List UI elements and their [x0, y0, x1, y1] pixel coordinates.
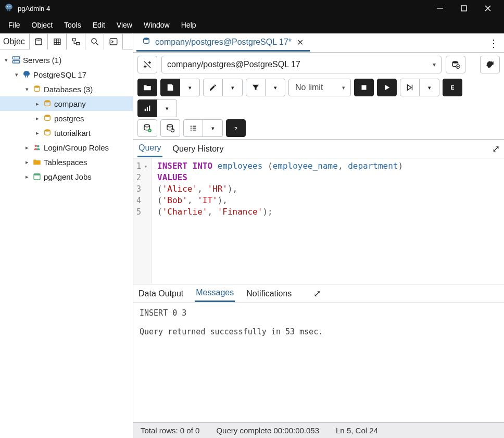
stop-button[interactable]	[354, 79, 374, 96]
chevron-right-icon: ▸	[23, 159, 31, 166]
tab-messages[interactable]: Messages	[195, 285, 235, 302]
macros-dropdown[interactable]: ▾	[203, 119, 223, 137]
tree-db-tutorialkart[interactable]: ▸ tutorialkart	[0, 126, 133, 140]
connection-status-button[interactable]	[137, 56, 157, 73]
tab-query-tool[interactable]: company/postgres@PostgreSQL 17* ✕	[136, 35, 310, 52]
databases-icon	[31, 84, 43, 94]
filter-button[interactable]	[246, 79, 266, 96]
database-icon	[142, 36, 151, 48]
menu-tools[interactable]: Tools	[59, 19, 86, 31]
chevron-right-icon: ▸	[33, 101, 42, 107]
chevron-right-icon: ▸	[33, 130, 42, 136]
server-group-icon	[10, 55, 22, 65]
svg-point-11	[14, 58, 15, 59]
chevron-down-icon: ▾	[12, 71, 21, 78]
help-button[interactable]: ?	[226, 119, 246, 137]
tree-label: Login/Group Roles	[43, 143, 109, 152]
macros-button[interactable]	[183, 119, 203, 137]
save-dropdown[interactable]: ▾	[180, 79, 200, 96]
menu-edit[interactable]: Edit	[87, 19, 110, 31]
roles-icon	[31, 143, 43, 152]
svg-rect-4	[54, 39, 60, 44]
svg-rect-20	[34, 174, 40, 176]
tree-tablespaces[interactable]: ▸ Tablespaces	[0, 155, 133, 169]
svg-rect-3	[461, 6, 467, 11]
tab-close-icon[interactable]: ✕	[296, 37, 305, 47]
line-gutter: 1▾ 2▾ 3▾ 4▾ 5▾	[133, 158, 152, 284]
svg-point-33	[167, 124, 173, 127]
tree-label: Databases (3)	[43, 85, 93, 94]
menu-view[interactable]: View	[111, 19, 137, 31]
tab-query[interactable]: Query	[137, 140, 162, 157]
new-connection-button[interactable]	[446, 56, 465, 73]
menu-file[interactable]: File	[3, 19, 26, 31]
connection-select[interactable]: company/postgres@PostgreSQL 17 ▾	[161, 56, 442, 73]
maximize-button[interactable]	[452, 0, 476, 17]
tree-label: Servers (1)	[22, 56, 61, 65]
open-file-button[interactable]	[137, 79, 157, 96]
status-cursor: Ln 5, Col 24	[336, 426, 378, 435]
expand-icon[interactable]: ⤢	[492, 143, 500, 155]
database-icon	[42, 114, 53, 123]
limit-value: No limit	[295, 83, 323, 92]
explain-options-button[interactable]	[137, 99, 157, 117]
props-button[interactable]	[29, 34, 48, 49]
svg-point-31	[144, 124, 150, 127]
chevron-down-icon: ▾	[23, 86, 31, 93]
sidebar-title: Objec	[0, 37, 29, 46]
tab-data-output[interactable]: Data Output	[137, 286, 184, 302]
tab-notifications[interactable]: Notifications	[245, 286, 293, 302]
tree-login-roles[interactable]: ▸ Login/Group Roles	[0, 140, 133, 155]
menu-help[interactable]: Help	[176, 19, 201, 31]
tab-query-history[interactable]: Query History	[172, 141, 225, 157]
explain-options-dropdown[interactable]: ▾	[157, 99, 177, 117]
svg-point-15	[45, 115, 51, 117]
menu-object[interactable]: Object	[27, 19, 58, 31]
expand-icon[interactable]: ⤢	[313, 288, 321, 299]
tree-databases[interactable]: ▾ Databases (3)	[0, 82, 133, 96]
tree-label: PostgreSQL 17	[32, 70, 86, 79]
jobs-icon	[31, 172, 43, 181]
svg-rect-25	[169, 88, 172, 91]
tree-postgres-server[interactable]: ▾ PostgreSQL 17	[0, 67, 133, 82]
edit-button[interactable]	[203, 79, 223, 96]
reset-layout-button[interactable]	[480, 56, 500, 73]
tree-label: pgAgent Jobs	[43, 172, 92, 181]
kebab-menu[interactable]: ⋮	[486, 37, 501, 49]
code-content[interactable]: INSERT INTO employees (employee_name, de…	[152, 158, 408, 284]
svg-text:E: E	[450, 84, 454, 91]
svg-rect-10	[12, 61, 20, 64]
search-button[interactable]	[85, 34, 104, 49]
status-bar: Total rows: 0 of 0 Query complete 00:00:…	[133, 422, 504, 438]
close-button[interactable]	[476, 0, 500, 17]
explain-button[interactable]	[400, 79, 420, 96]
tree-label: Tablespaces	[43, 158, 87, 167]
chevron-down-icon: ▾	[433, 61, 436, 68]
svg-rect-9	[12, 57, 20, 59]
commit-button[interactable]	[137, 119, 157, 137]
execute-button[interactable]	[377, 79, 397, 96]
filter-dropdown[interactable]: ▾	[266, 79, 285, 96]
explain-analyze-button[interactable]: E	[443, 79, 462, 96]
grid-button[interactable]	[48, 34, 67, 49]
svg-rect-28	[145, 109, 146, 111]
edit-dropdown[interactable]: ▾	[223, 79, 243, 96]
tree-pgagent[interactable]: ▸ pgAgent Jobs	[0, 169, 133, 184]
tree-label: postgres	[53, 114, 84, 123]
deps-button[interactable]	[67, 34, 85, 49]
limit-select[interactable]: No limit ▾	[288, 79, 351, 96]
tree-servers[interactable]: ▾ Servers (1)	[0, 53, 133, 67]
svg-rect-26	[362, 85, 367, 90]
rollback-button[interactable]	[160, 119, 180, 137]
save-button[interactable]	[160, 79, 180, 96]
terminal-button[interactable]	[104, 34, 123, 49]
titlebar: pgAdmin 4	[0, 0, 504, 17]
explain-dropdown[interactable]: ▾	[420, 79, 439, 96]
menu-window[interactable]: Window	[138, 19, 175, 31]
svg-point-12	[14, 61, 15, 62]
code-editor[interactable]: 1▾ 2▾ 3▾ 4▾ 5▾ INSERT INTO employees (em…	[133, 158, 504, 284]
svg-point-13	[34, 85, 40, 88]
minimize-button[interactable]	[428, 0, 452, 17]
tree-db-company[interactable]: ▸ company	[0, 96, 133, 111]
tree-db-postgres[interactable]: ▸ postgres	[0, 111, 133, 126]
